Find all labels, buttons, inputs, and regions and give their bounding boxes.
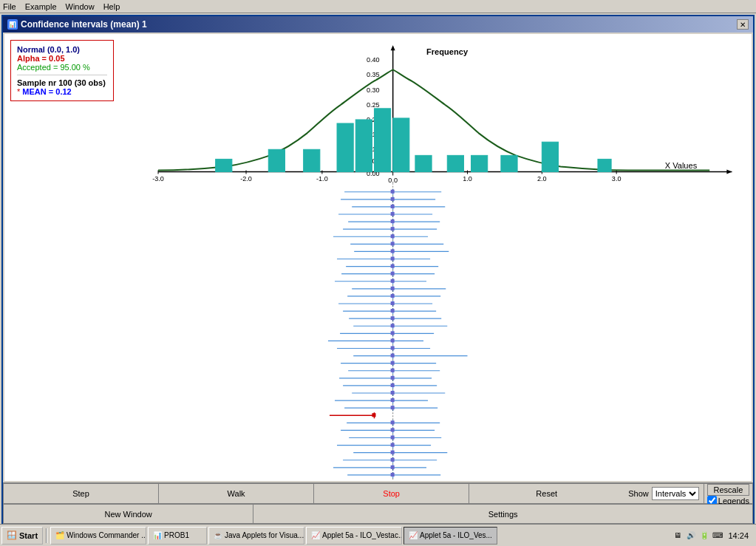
taskbar-item-2[interactable]: ☕ Java Applets for Visua...: [208, 527, 304, 545]
svg-rect-138: [391, 309, 395, 313]
reset-button[interactable]: Reset: [469, 483, 624, 504]
svg-rect-134: [391, 279, 395, 283]
svg-rect-38: [447, 155, 463, 171]
svg-rect-124: [391, 205, 395, 208]
svg-rect-160: [372, 413, 375, 417]
mean-label: * MEAN = 0.12: [17, 87, 107, 96]
svg-rect-131: [391, 256, 395, 260]
svg-rect-40: [501, 155, 517, 171]
svg-rect-33: [337, 123, 353, 172]
svg-text:-3.0: -3.0: [152, 175, 164, 182]
svg-rect-41: [542, 142, 558, 171]
close-button[interactable]: ✕: [737, 19, 749, 30]
alpha-label: Alpha = 0.05: [17, 54, 107, 63]
chart-svg: 0.40 0.35 0.30 0.25 0.20 0.15 0.10 0.05 …: [4, 34, 752, 481]
menu-example[interactable]: Example: [25, 2, 57, 11]
svg-text:1.0: 1.0: [463, 175, 472, 182]
new-window-button[interactable]: New Window: [3, 504, 253, 524]
tray-battery-icon: 🔋: [698, 530, 710, 542]
taskbar-item-3[interactable]: 📈 Applet 5a - ILO_Vestac...: [306, 527, 402, 545]
svg-rect-133: [391, 272, 395, 276]
svg-text:3.0: 3.0: [612, 175, 622, 182]
menu-file[interactable]: File: [3, 2, 16, 11]
taskbar-item-4[interactable]: 📈 Applet 5a - ILO_Ves...: [403, 527, 497, 545]
svg-text:X Values: X Values: [665, 161, 698, 170]
svg-text:2.0: 2.0: [537, 175, 547, 182]
taskbar-label-0: Windows Commander ...: [67, 531, 146, 539]
svg-text:-1.0: -1.0: [316, 175, 328, 182]
menu-window[interactable]: Window: [66, 2, 95, 11]
taskbar: 🪟 Start 🗂️ Windows Commander ... 📊 PROB1…: [0, 524, 756, 546]
distribution-label: Normal (0.0, 1.0): [17, 45, 107, 54]
svg-rect-31: [268, 149, 285, 171]
svg-rect-30: [216, 159, 232, 171]
svg-rect-151: [391, 406, 395, 409]
title-bar: 📊 Confidence intervals (mean) 1 ✕: [3, 16, 753, 33]
svg-rect-129: [391, 242, 395, 245]
rescale-area: Rescale Legends: [704, 483, 753, 504]
svg-rect-158: [391, 465, 395, 469]
taskbar-item-0[interactable]: 🗂️ Windows Commander ...: [50, 527, 146, 545]
svg-rect-37: [415, 155, 432, 171]
settings-button[interactable]: Settings: [253, 504, 753, 524]
tray-volume-icon: 🔊: [685, 530, 697, 542]
show-label: Show: [628, 489, 649, 498]
svg-text:0.0: 0.0: [388, 177, 398, 184]
taskbar-label-2: Java Applets for Visua...: [225, 531, 304, 539]
svg-rect-32: [304, 149, 320, 171]
svg-rect-39: [471, 155, 488, 171]
svg-text:-2.0: -2.0: [240, 175, 252, 182]
tray-taskbar-icon: ⌨: [712, 530, 723, 542]
svg-rect-150: [391, 398, 395, 402]
svg-rect-152: [391, 420, 395, 424]
taskbar-label-1: PROB1: [164, 531, 189, 539]
svg-rect-141: [391, 331, 395, 335]
taskbar-label-3: Applet 5a - ILO_Vestac...: [322, 531, 402, 539]
accepted-label: Accepted = 95.00 %: [17, 63, 107, 72]
sample-label: Sample nr 100 (30 obs): [17, 78, 107, 87]
start-button[interactable]: 🪟 Start: [1, 527, 43, 545]
svg-rect-148: [391, 383, 395, 387]
window-icon: 📊: [7, 19, 18, 30]
svg-rect-137: [391, 301, 395, 305]
taskbar-icon-1: 📊: [153, 531, 162, 539]
svg-rect-144: [391, 354, 395, 358]
svg-rect-128: [391, 234, 395, 238]
taskbar-icon-4: 📈: [409, 531, 418, 539]
menu-bar: File Example Window Help: [0, 0, 756, 13]
stop-button[interactable]: Stop: [313, 483, 469, 504]
svg-rect-127: [391, 227, 395, 231]
taskbar-item-1[interactable]: 📊 PROB1: [148, 527, 207, 545]
system-time: 14:24: [725, 531, 752, 540]
show-select[interactable]: Intervals: [652, 487, 699, 500]
svg-rect-130: [391, 249, 395, 253]
svg-rect-149: [391, 391, 395, 395]
taskbar-label-4: Applet 5a - ILO_Ves...: [420, 531, 492, 539]
svg-rect-34: [355, 120, 372, 172]
info-box: Normal (0.0, 1.0) Alpha = 0.05 Accepted …: [10, 40, 114, 101]
walk-button[interactable]: Walk: [158, 483, 313, 504]
svg-rect-123: [391, 197, 395, 201]
svg-rect-155: [391, 443, 395, 447]
show-area: Show Intervals: [624, 483, 704, 504]
svg-rect-125: [391, 212, 395, 216]
svg-rect-140: [391, 324, 395, 327]
svg-rect-146: [391, 369, 395, 372]
svg-rect-159: [391, 473, 395, 477]
rescale-button[interactable]: Rescale: [707, 484, 749, 496]
taskbar-separator: [46, 528, 47, 543]
svg-rect-126: [391, 219, 395, 223]
svg-rect-145: [391, 361, 395, 365]
svg-rect-147: [391, 376, 395, 380]
taskbar-icon-0: 🗂️: [55, 531, 64, 539]
svg-rect-139: [391, 316, 395, 320]
svg-rect-143: [391, 346, 395, 349]
step-button[interactable]: Step: [3, 483, 158, 504]
svg-rect-35: [374, 109, 390, 172]
start-windows-icon: 🪟: [7, 530, 17, 540]
controls-area: Step Walk Stop Reset Show Intervals Resc…: [3, 482, 753, 524]
menu-help[interactable]: Help: [103, 2, 120, 11]
svg-rect-36: [393, 118, 409, 172]
svg-rect-42: [598, 159, 611, 171]
system-tray: 🖥 🔊 🔋 ⌨ 14:24: [669, 530, 755, 542]
